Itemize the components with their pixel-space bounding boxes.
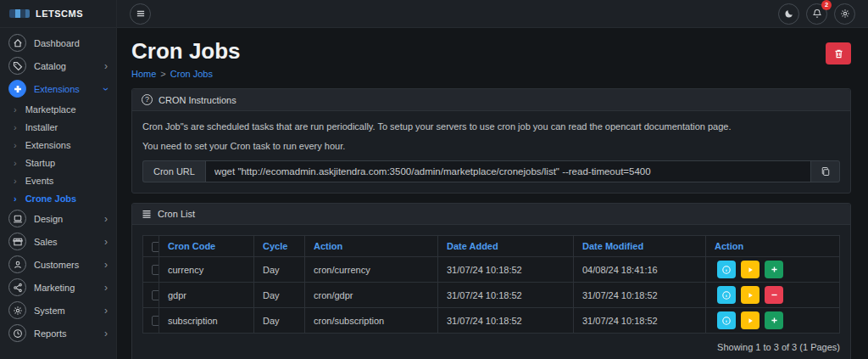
sidebar-subitem-events[interactable]: › Events	[0, 171, 116, 189]
sort-date-modified-link[interactable]: Date Modified	[582, 241, 643, 251]
content: Cron Jobs Home>Cron Jobs ? CRON Instruct…	[117, 28, 868, 359]
sidebar-item-catalog[interactable]: Catalog ›	[0, 54, 116, 77]
cron-code-cell: gdpr	[159, 283, 254, 308]
sidebar-item-marketing[interactable]: Marketing ›	[0, 276, 116, 299]
sidebar-subitem-label: Crone Jobs	[25, 194, 77, 204]
sidebar-item-dashboard[interactable]: Dashboard	[0, 31, 116, 54]
breadcrumb-current-link[interactable]: Cron Jobs	[170, 69, 213, 79]
caret-icon: ›	[14, 158, 17, 168]
row-checkbox[interactable]	[152, 265, 159, 275]
sidebar-toggle-button[interactable]	[130, 3, 151, 25]
chevron-right-icon: ›	[104, 214, 108, 224]
sidebar-subitem-extensions[interactable]: › Extensions	[0, 136, 116, 154]
gear-icon	[8, 301, 26, 319]
cron-list-panel: Cron List Cron Code Cycle Action Date Ad…	[131, 203, 851, 359]
copy-button[interactable]	[811, 160, 840, 182]
trash-icon	[833, 48, 844, 59]
instructions-paragraph-1: Cron Job"s are scheduled tasks that are …	[142, 121, 840, 132]
moon-icon	[784, 8, 794, 19]
chevron-down-icon: ›	[101, 87, 111, 91]
sidebar-item-label: Sales	[34, 237, 97, 247]
chevron-right-icon: ›	[104, 306, 108, 316]
row-checkbox[interactable]	[152, 316, 159, 326]
chevron-right-icon: ›	[104, 283, 108, 293]
select-all-checkbox[interactable]	[152, 242, 159, 252]
pagination-status: Showing 1 to 3 of 3 (1 Pages)	[142, 342, 840, 354]
info-button[interactable]	[717, 311, 736, 329]
date-added-cell: 31/07/24 10:18:52	[438, 257, 574, 283]
table-row: gdpr Day cron/gdpr 31/07/24 10:18:52 31/…	[143, 283, 840, 308]
sidebar-item-label: Catalog	[34, 61, 97, 71]
page-title: Cron Jobs	[131, 38, 241, 65]
brand-logo[interactable]: LETSCMS	[0, 0, 116, 28]
puzzle-icon	[8, 80, 26, 98]
sidebar-subitem-startup[interactable]: › Startup	[0, 154, 116, 171]
action-cell: cron/currency	[305, 257, 438, 283]
dark-mode-toggle-button[interactable]	[778, 3, 799, 25]
sidebar-item-sales[interactable]: Sales ›	[0, 230, 116, 253]
sort-date-added-link[interactable]: Date Added	[447, 241, 498, 251]
sidebar-item-reports[interactable]: Reports ›	[0, 322, 116, 345]
run-button[interactable]	[741, 311, 760, 329]
cron-list-header: Cron List	[132, 204, 850, 225]
brand-name: LETSCMS	[36, 8, 83, 19]
disable-button[interactable]	[765, 286, 783, 304]
copy-icon	[821, 166, 831, 177]
row-checkbox[interactable]	[152, 290, 159, 300]
cycle-cell: Day	[254, 283, 305, 308]
notification-count-badge: 2	[821, 0, 832, 10]
sidebar-item-customers[interactable]: Customers ›	[0, 253, 116, 276]
sidebar-item-label: Extensions	[34, 84, 97, 94]
date-modified-cell: 31/07/24 10:18:52	[574, 283, 706, 308]
sidebar-subitem-installer[interactable]: › Installer	[0, 118, 116, 136]
cron-url-input[interactable]	[205, 160, 811, 182]
laptop-icon	[8, 210, 26, 227]
main-area: 2 Cron Jobs Home>Cron Jobs	[117, 0, 868, 359]
sidebar-subitem-label: Marketplace	[25, 104, 76, 115]
delete-button[interactable]	[826, 42, 851, 65]
date-added-cell: 31/07/24 10:18:52	[438, 283, 574, 308]
breadcrumb-home-link[interactable]: Home	[131, 69, 156, 79]
run-button[interactable]	[741, 261, 760, 278]
date-added-cell: 31/07/24 10:18:52	[438, 308, 574, 334]
sidebar-item-design[interactable]: Design ›	[0, 207, 116, 230]
clock-icon	[8, 324, 26, 342]
bell-icon	[812, 8, 822, 19]
table-row: currency Day cron/currency 31/07/24 10:1…	[143, 257, 840, 283]
settings-button[interactable]	[834, 3, 855, 25]
caret-icon: ›	[14, 122, 17, 132]
letscms-logo-icon	[9, 9, 30, 18]
sidebar-subitem-label: Events	[25, 176, 54, 186]
sidebar-subitem-crone-jobs[interactable]: › Crone Jobs	[0, 189, 116, 207]
run-button[interactable]	[741, 286, 760, 304]
page-header: Cron Jobs Home>Cron Jobs	[131, 36, 851, 79]
gear-icon	[840, 8, 850, 19]
sort-cron-code-link[interactable]: Cron Code	[168, 241, 215, 251]
info-button[interactable]	[717, 261, 736, 278]
sidebar-item-label: System	[34, 306, 97, 316]
cron-instructions-title: CRON Instructions	[159, 95, 236, 105]
sidebar-item-system[interactable]: System ›	[0, 299, 116, 322]
cron-url-label: Cron URL	[142, 160, 205, 182]
sidebar-subitem-label: Installer	[25, 122, 58, 132]
sort-action-link[interactable]: Action	[314, 241, 342, 251]
sidebar: LETSCMS Dashboard Catalog › Exten	[0, 0, 117, 359]
sidebar-subitem-label: Extensions	[25, 140, 71, 150]
sidebar-item-extensions[interactable]: Extensions ›	[0, 77, 116, 100]
info-button[interactable]	[717, 286, 736, 304]
notifications-button[interactable]: 2	[806, 3, 827, 25]
cron-instructions-header: ? CRON Instructions	[132, 89, 850, 111]
sidebar-item-label: Marketing	[34, 283, 97, 293]
topbar: 2	[117, 0, 868, 28]
sidebar-item-label: Dashboard	[34, 38, 108, 48]
sidebar-subitem-marketplace[interactable]: › Marketplace	[0, 100, 116, 118]
question-circle-icon: ?	[142, 94, 153, 105]
list-icon	[142, 209, 152, 219]
sidebar-nav: Dashboard Catalog › Extensions › › Marke…	[0, 28, 116, 345]
enable-button[interactable]	[765, 311, 783, 329]
chevron-right-icon: ›	[104, 237, 108, 247]
share-icon	[8, 278, 26, 296]
sort-cycle-link[interactable]: Cycle	[263, 241, 287, 251]
enable-button[interactable]	[765, 261, 783, 278]
chevron-right-icon: ›	[104, 328, 108, 339]
